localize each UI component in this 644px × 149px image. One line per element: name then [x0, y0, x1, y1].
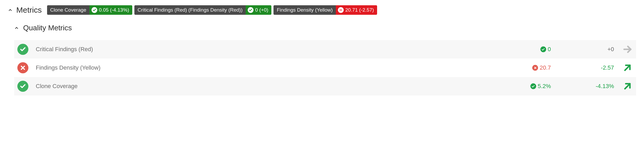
badges-container: Clone Coverage 0.05 (-4.13%) Critical Fi…	[47, 5, 377, 15]
check-circle-icon	[92, 7, 97, 13]
x-circle-icon	[532, 65, 538, 71]
arrow-up-right-icon	[622, 81, 633, 92]
badge-label: Critical Findings (Red) (Findings Densit…	[134, 5, 246, 15]
metric-value: 5.2%	[509, 83, 551, 90]
metric-badge[interactable]: Critical Findings (Red) (Findings Densit…	[134, 5, 271, 15]
metric-name: Findings Density (Yellow)	[34, 64, 504, 71]
metric-badge[interactable]: Clone Coverage 0.05 (-4.13%)	[47, 5, 132, 15]
arrow-up-right-icon	[622, 62, 633, 73]
metric-delta: -2.57	[556, 64, 614, 71]
table-row[interactable]: Clone Coverage 5.2% -4.13%	[14, 77, 636, 95]
badge-value-text: 20.71 (-2.57)	[345, 7, 374, 13]
quality-metrics-title: Quality Metrics	[23, 24, 72, 32]
table-row[interactable]: Findings Density (Yellow) 20.7 -2.57	[14, 59, 636, 77]
badge-value: 20.71 (-2.57)	[336, 5, 377, 15]
check-circle-icon	[17, 81, 28, 92]
badge-value-text: 0.05 (-4.13%)	[99, 7, 129, 13]
metric-delta: +0	[556, 46, 614, 53]
badge-value: 0 (+0)	[246, 5, 271, 15]
quality-metrics-table: Critical Findings (Red) 0 +0 Findings De…	[14, 40, 636, 95]
metric-badge[interactable]: Findings Density (Yellow) 20.71 (-2.57)	[273, 5, 377, 15]
badge-label: Clone Coverage	[47, 5, 89, 15]
x-circle-icon	[17, 62, 28, 73]
check-circle-icon	[540, 46, 546, 52]
table-row[interactable]: Critical Findings (Red) 0 +0	[14, 40, 636, 59]
metrics-title: Metrics	[16, 6, 42, 15]
metric-value: 20.7	[509, 64, 551, 71]
metric-delta: -4.13%	[556, 83, 614, 90]
check-circle-icon	[248, 7, 253, 13]
metric-name: Critical Findings (Red)	[34, 46, 504, 53]
metric-value: 0	[509, 46, 551, 53]
svg-line-7	[625, 84, 630, 89]
metrics-header: Metrics Clone Coverage 0.05 (-4.13%) Cri…	[8, 5, 636, 15]
check-circle-icon	[530, 83, 536, 89]
svg-line-6	[625, 65, 630, 70]
badge-value: 0.05 (-4.13%)	[89, 5, 132, 15]
quality-metrics-header: Quality Metrics	[14, 24, 636, 32]
badge-label: Findings Density (Yellow)	[273, 5, 336, 15]
chevron-up-icon[interactable]	[8, 8, 13, 12]
check-circle-icon	[17, 44, 28, 55]
arrow-right-icon	[622, 44, 633, 55]
metric-name: Clone Coverage	[34, 83, 504, 90]
minus-circle-icon	[338, 7, 344, 13]
chevron-up-icon[interactable]	[14, 26, 19, 30]
badge-value-text: 0 (+0)	[255, 7, 268, 13]
